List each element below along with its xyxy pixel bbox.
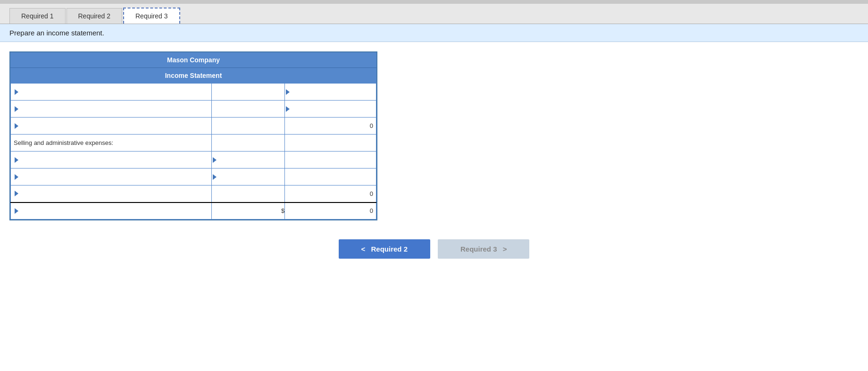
row2-label-input[interactable] — [20, 101, 211, 117]
row2-mid-cell[interactable] — [212, 101, 285, 118]
row4-right-input[interactable] — [285, 135, 373, 151]
instruction-bar: Prepare an income statement. — [0, 24, 868, 42]
row2-label-cell[interactable] — [11, 101, 212, 118]
row3-mid-cell[interactable] — [212, 118, 285, 135]
row3-arrow-icon — [15, 123, 18, 129]
row4-mid-input[interactable] — [212, 135, 284, 151]
row6-label-cell[interactable] — [11, 169, 212, 186]
tabs-row: Required 1 Required 2 Required 3 — [0, 4, 868, 24]
back-button[interactable]: < Required 2 — [339, 239, 430, 259]
row4-right-cell[interactable] — [285, 135, 376, 152]
tab-required2[interactable]: Required 2 — [67, 8, 123, 24]
row6-mid-input[interactable] — [218, 169, 284, 185]
row6-right-input[interactable] — [285, 169, 373, 185]
row7-value-cell: 0 — [285, 186, 376, 202]
tab-required3[interactable]: Required 3 — [123, 8, 180, 24]
table-row — [11, 169, 376, 186]
row8-dollar-cell: $ — [212, 202, 285, 219]
row7-label-input[interactable] — [20, 186, 211, 202]
row5-mid-input[interactable] — [218, 152, 284, 168]
row1-mid-cell[interactable] — [212, 84, 285, 101]
row6-mid-cell[interactable] — [212, 169, 285, 186]
row5-label-input[interactable] — [20, 152, 211, 168]
page-wrapper: Required 1 Required 2 Required 3 Prepare… — [0, 0, 868, 371]
row1-arrow-icon — [15, 89, 18, 95]
row8-label-input[interactable] — [20, 203, 211, 219]
row7-value: 0 — [370, 190, 373, 197]
table-row: 0 — [11, 118, 376, 135]
row3-label-cell[interactable] — [11, 118, 212, 135]
top-bar — [0, 0, 868, 4]
row3-value: 0 — [370, 122, 373, 129]
row8-value: 0 — [370, 207, 373, 214]
row6-mid-arrow-icon — [213, 174, 217, 180]
income-statement-table: 0 Selling and administrative expenses: — [10, 83, 376, 219]
table-row — [11, 101, 376, 118]
row8-label-cell[interactable] — [11, 202, 212, 219]
row5-mid-cell[interactable] — [212, 152, 285, 169]
row1-right-cell[interactable] — [285, 84, 376, 101]
next-button[interactable]: Required 3 > — [438, 239, 529, 259]
table-row — [11, 152, 376, 169]
row7-arrow-icon — [15, 191, 18, 196]
table-row-final: $ 0 — [11, 202, 376, 219]
row1-right-arrow-icon — [286, 89, 290, 95]
row3-mid-input[interactable] — [212, 118, 284, 134]
row1-mid-input[interactable] — [212, 84, 284, 100]
back-arrow-icon: < — [361, 245, 366, 253]
row6-right-cell[interactable] — [285, 169, 376, 186]
row7-mid-input[interactable] — [212, 186, 284, 202]
table-row — [11, 84, 376, 101]
row6-label-input[interactable] — [20, 169, 211, 185]
row7-label-cell[interactable] — [11, 186, 212, 202]
row6-arrow-icon — [15, 174, 18, 180]
table-row: 0 — [11, 186, 376, 202]
row8-arrow-icon — [15, 208, 18, 214]
row2-right-cell[interactable] — [285, 101, 376, 118]
table-row: Selling and administrative expenses: — [11, 135, 376, 152]
dollar-sign: $ — [281, 207, 284, 214]
row3-label-input[interactable] — [20, 118, 211, 134]
row5-arrow-icon — [15, 157, 18, 163]
row5-label-cell[interactable] — [11, 152, 212, 169]
row2-mid-input[interactable] — [212, 101, 284, 117]
row4-label-cell: Selling and administrative expenses: — [11, 135, 212, 152]
selling-expenses-label: Selling and administrative expenses: — [14, 139, 113, 146]
statement-title-header: Income Statement — [10, 68, 376, 83]
row3-value-cell: 0 — [285, 118, 376, 135]
row5-right-input[interactable] — [285, 152, 373, 168]
row2-right-input[interactable] — [292, 101, 373, 117]
row1-label-cell[interactable] — [11, 84, 212, 101]
row1-right-input[interactable] — [292, 84, 373, 100]
row1-label-input[interactable] — [20, 84, 211, 100]
row2-right-arrow-icon — [286, 106, 290, 112]
row8-value-cell: 0 — [285, 202, 376, 219]
tab-required1[interactable]: Required 1 — [9, 8, 66, 24]
next-arrow-icon: > — [503, 245, 507, 253]
row2-arrow-icon — [15, 106, 18, 112]
statement-company-header: Mason Company — [10, 52, 376, 68]
row5-mid-arrow-icon — [213, 157, 217, 163]
bottom-nav: < Required 2 Required 3 > — [9, 232, 859, 266]
row7-mid-cell[interactable] — [212, 186, 285, 202]
main-content: Mason Company Income Statement — [0, 42, 868, 276]
row4-mid-cell[interactable] — [212, 135, 285, 152]
row5-right-cell[interactable] — [285, 152, 376, 169]
income-statement-container: Mason Company Income Statement — [9, 51, 377, 220]
